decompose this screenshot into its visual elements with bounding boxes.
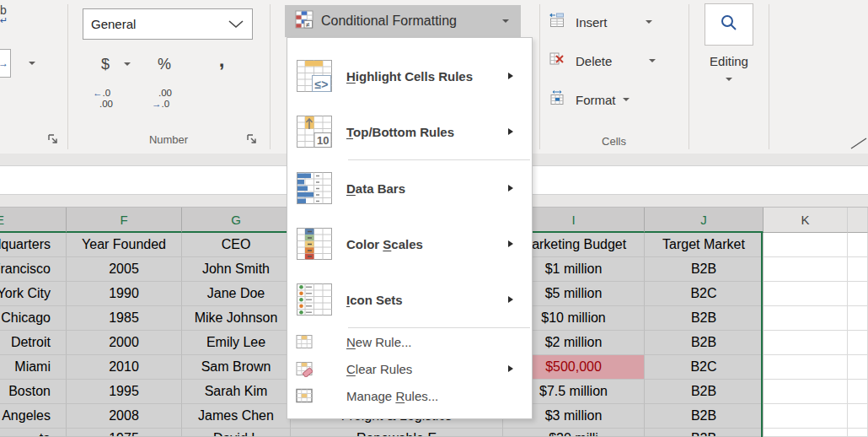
cell[interactable]: 2008 (67, 404, 182, 429)
cell[interactable] (764, 404, 848, 429)
cell[interactable]: James Chen (182, 404, 291, 429)
group-separator (67, 4, 68, 149)
menu-item-new-rule[interactable]: New Rule... (287, 328, 532, 355)
cell[interactable]: B2B (645, 404, 764, 429)
merge-center-dropdown-arrow-icon[interactable] (29, 62, 35, 65)
cell[interactable]: Renewable E (291, 429, 503, 437)
decrease-decimal-button[interactable]: .00 →.0 (152, 88, 172, 110)
cell[interactable] (848, 429, 868, 437)
cell[interactable]: B2C (645, 355, 764, 380)
color-scales-icon (296, 225, 333, 262)
column-header[interactable] (848, 208, 868, 233)
editing-dropdown-arrow-icon[interactable] (726, 78, 732, 81)
cell[interactable]: Sarah Kim (182, 380, 291, 404)
collapse-ribbon-icon[interactable] (849, 137, 868, 154)
merge-center-icon[interactable]: → (0, 49, 11, 78)
cell[interactable] (848, 331, 868, 355)
cell[interactable]: John Smith (182, 257, 291, 282)
new-rule-icon (296, 333, 333, 350)
cell[interactable] (848, 257, 868, 282)
cell[interactable]: 1995 (67, 380, 182, 404)
cell[interactable]: 2005 (67, 257, 182, 282)
menu-item-top-bottom-rules[interactable]: 10 Top/Bottom Rules (287, 104, 532, 159)
cell[interactable] (764, 331, 848, 355)
cell[interactable]: Sam Brown (182, 355, 291, 380)
column-header-G[interactable]: G (182, 208, 291, 233)
cell[interactable]: B2B (645, 380, 764, 404)
cell[interactable]: 1985 (67, 306, 182, 331)
cell[interactable] (764, 282, 848, 306)
conditional-formatting-dropdown-arrow-icon (502, 19, 509, 23)
increase-decimal-button[interactable]: ←.0 .00 (93, 88, 113, 110)
cell[interactable]: Los Angeles (0, 404, 67, 429)
cell[interactable] (764, 380, 848, 404)
cell[interactable]: Chicago (0, 306, 67, 331)
menu-item-clear-rules[interactable]: Clear Rules (287, 355, 532, 382)
cell[interactable] (764, 355, 848, 380)
cell[interactable] (764, 306, 848, 331)
cell[interactable]: ta (0, 429, 67, 437)
cell[interactable]: Boston (0, 380, 67, 404)
menu-item-icon-sets[interactable]: Icon Sets (287, 272, 532, 327)
alignment-dialog-launcher-icon[interactable] (47, 133, 59, 145)
find-select-button[interactable] (705, 3, 753, 46)
cell[interactable] (848, 306, 868, 331)
column-header-E[interactable]: E (0, 208, 67, 233)
cell[interactable] (848, 404, 868, 429)
cell[interactable]: 2000 (67, 331, 182, 355)
cell[interactable] (764, 429, 848, 437)
cell[interactable]: CEO (182, 233, 291, 257)
percent-style-button[interactable]: % (152, 51, 177, 78)
delete-label: Delete (576, 54, 612, 68)
cell[interactable] (764, 257, 848, 282)
cell[interactable]: Detroit (0, 331, 67, 355)
cell[interactable]: David L (182, 429, 291, 437)
column-header-K[interactable]: K (764, 208, 848, 233)
table-row: ta1975David LRenewable E$20 milliB2B (0, 429, 868, 437)
comma-style-button[interactable]: , (211, 46, 233, 74)
cell[interactable]: B2B (645, 306, 764, 331)
insert-dropdown-arrow-icon[interactable] (646, 20, 652, 24)
insert-cells-icon (549, 13, 565, 31)
cell[interactable] (848, 282, 868, 306)
cell[interactable]: Headquarters (0, 233, 67, 257)
accounting-format-button[interactable]: $ (93, 51, 118, 78)
cell[interactable]: B2C (645, 282, 764, 306)
format-button[interactable]: Format (549, 89, 667, 110)
number-dialog-launcher-icon[interactable] (246, 133, 258, 145)
insert-button[interactable]: Insert (549, 12, 667, 32)
column-header-F[interactable]: F (67, 208, 182, 233)
cell[interactable]: 2010 (67, 355, 182, 380)
cell[interactable]: Jane Doe (182, 282, 291, 306)
menu-item-highlight-cells-rules[interactable]: ≤> Highlight Cells Rules (287, 48, 532, 104)
menu-item-color-scales[interactable]: Color Scales (287, 216, 532, 272)
format-dropdown-arrow-icon[interactable] (623, 98, 630, 101)
cell[interactable]: Target Market (645, 233, 764, 257)
cell[interactable] (848, 380, 868, 404)
cell[interactable] (764, 233, 848, 257)
cell[interactable]: San Francisco (0, 257, 67, 282)
cell[interactable] (848, 355, 868, 380)
submenu-arrow-icon (508, 240, 513, 247)
accounting-format-dropdown-arrow-icon[interactable] (124, 62, 131, 66)
cell[interactable]: 1990 (67, 282, 182, 306)
cell[interactable]: B2B (645, 331, 764, 355)
cell[interactable] (848, 233, 868, 257)
cell[interactable]: Mike Johnson (182, 306, 291, 331)
conditional-formatting-button[interactable]: ≠ Conditional Formatting (285, 5, 521, 37)
column-header-J[interactable]: J (645, 208, 764, 233)
number-format-dropdown[interactable]: General (83, 8, 253, 40)
svg-text:10: 10 (317, 134, 329, 147)
cell[interactable]: Emily Lee (182, 331, 291, 355)
cell[interactable]: B2B (645, 429, 764, 437)
menu-item-manage-rules[interactable]: Manage Rules... (287, 382, 532, 409)
cell[interactable]: $20 milli (503, 429, 645, 437)
delete-dropdown-arrow-icon[interactable] (649, 59, 656, 62)
cell[interactable]: Miami (0, 355, 67, 380)
cell[interactable]: 1975 (67, 429, 182, 437)
menu-item-data-bars[interactable]: Data Bars (287, 160, 532, 216)
cell[interactable]: Year Founded (67, 233, 182, 257)
delete-button[interactable]: Delete (549, 51, 667, 71)
cell[interactable]: New York City (0, 282, 67, 306)
cell[interactable]: B2B (645, 257, 764, 282)
